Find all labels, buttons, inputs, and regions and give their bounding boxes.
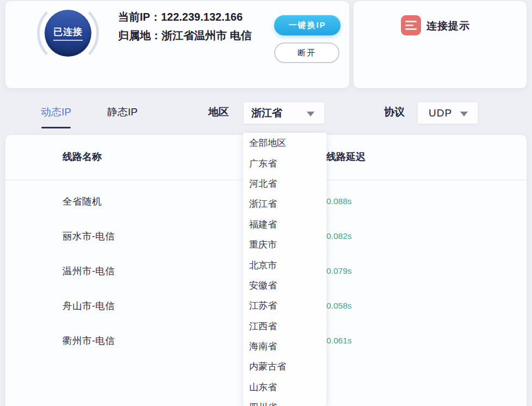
region-dropdown-menu: 全部地区 广东省 河北省 浙江省 福建省 重庆市 北京市 安徽省 江苏省 江西省…	[243, 133, 326, 406]
region-dropdown-option[interactable]: 海南省	[243, 336, 326, 356]
region-dropdown-option[interactable]: 广东省	[243, 153, 326, 173]
location-value: 浙江省温州市 电信	[162, 29, 252, 41]
current-ip-label: 当前IP：	[118, 11, 161, 23]
region-dropdown-option[interactable]: 安徽省	[243, 275, 326, 296]
region-dropdown-option[interactable]: 全部地区	[243, 133, 326, 153]
region-select-value: 浙江省	[251, 106, 282, 120]
current-ip-value: 122.239.132.166	[161, 11, 243, 23]
connection-status-card: 已连接 当前IP：122.239.132.166 归属地：浙江省温州市 电信 一…	[5, 1, 349, 88]
status-badge-label: 已连接	[53, 26, 83, 41]
region-dropdown-option[interactable]: 浙江省	[243, 194, 326, 214]
region-dropdown-option[interactable]: 内蒙古省	[243, 356, 326, 377]
connection-info: 当前IP：122.239.132.166 归属地：浙江省温州市 电信	[118, 8, 255, 45]
line-delay: 0.088s	[326, 196, 352, 206]
line-delay: 0.058s	[326, 301, 352, 311]
change-ip-button[interactable]: 一键换IP	[274, 15, 341, 35]
region-filter-label: 地区	[208, 105, 229, 119]
region-select[interactable]: 浙江省	[243, 102, 325, 124]
region-dropdown-option[interactable]: 福建省	[243, 214, 326, 235]
region-dropdown-option[interactable]: 四川省	[243, 397, 326, 406]
column-header-line-delay: 线路延迟	[326, 150, 366, 163]
tips-list-icon	[401, 15, 421, 35]
protocol-filter-label: 协议	[384, 105, 405, 119]
chevron-down-icon	[460, 112, 468, 116]
region-dropdown-option[interactable]: 山东省	[243, 377, 326, 397]
app-window: 已连接 当前IP：122.239.132.166 归属地：浙江省温州市 电信 一…	[0, 0, 532, 406]
line-delay: 0.082s	[326, 231, 352, 241]
column-header-line-name: 线路名称	[63, 150, 102, 163]
line-delay: 0.061s	[326, 336, 352, 346]
protocol-select-value: UDP	[429, 107, 452, 119]
tab-static-ip[interactable]: 静态IP	[107, 105, 138, 119]
active-tab-underline	[41, 127, 71, 128]
region-dropdown-option[interactable]: 江西省	[243, 316, 326, 336]
disconnect-button[interactable]: 断开	[274, 42, 339, 63]
chevron-down-icon	[307, 112, 314, 116]
tab-dynamic-ip[interactable]: 动态IP	[41, 105, 71, 119]
status-badge: 已连接	[45, 10, 91, 57]
region-dropdown-option[interactable]: 江苏省	[243, 296, 326, 316]
line-delay: 0.079s	[326, 266, 352, 276]
region-dropdown-option[interactable]: 河北省	[243, 174, 326, 194]
connection-tips-card: 连接提示	[354, 1, 527, 88]
current-ip-line: 当前IP：122.239.132.166	[118, 8, 255, 26]
protocol-select[interactable]: UDP	[417, 102, 478, 124]
tips-title: 连接提示	[426, 19, 470, 33]
region-dropdown-option[interactable]: 北京市	[243, 255, 326, 275]
location-label: 归属地：	[118, 29, 162, 41]
location-line: 归属地：浙江省温州市 电信	[118, 26, 255, 45]
region-dropdown-option[interactable]: 重庆市	[243, 235, 326, 255]
